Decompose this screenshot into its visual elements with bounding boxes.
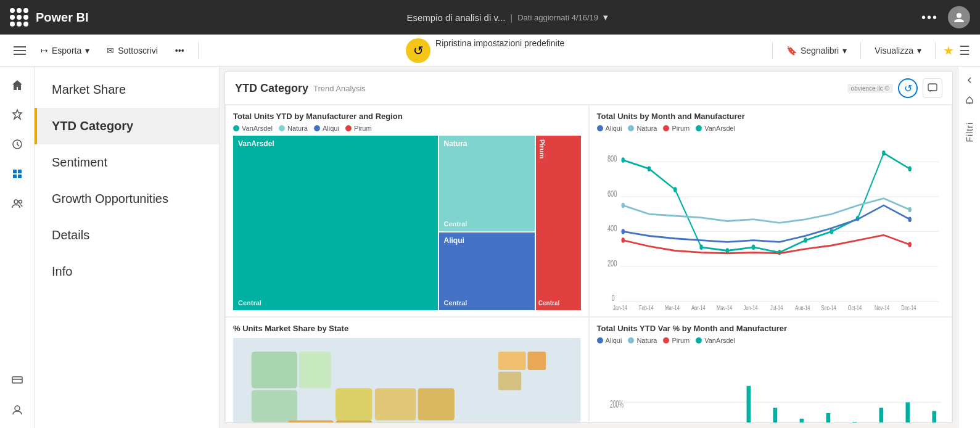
- report-subtitle: Trend Analysis: [313, 84, 366, 93]
- svg-point-30: [804, 237, 807, 242]
- svg-text:May-14: May-14: [717, 303, 733, 310]
- sidebar-item-home[interactable]: [4, 72, 31, 99]
- report-header: YTD Category Trend Analysis obvience llc…: [225, 72, 952, 105]
- sidebar-item-profile[interactable]: [4, 396, 31, 423]
- line-chart-svg: 0 200 400 600 800: [597, 136, 945, 310]
- svg-rect-56: [252, 390, 297, 422]
- map-area[interactable]: UNITED STATES: [233, 337, 581, 423]
- list-view-button[interactable]: ☰: [959, 43, 970, 58]
- sidebar-item-growth-opportunities[interactable]: Growth Opportunities: [35, 181, 219, 217]
- legend-dot-aliqui: [314, 125, 320, 131]
- treemap-block-vanarsdel[interactable]: VanArsdel Central: [233, 136, 438, 310]
- legend-natura-line: Natura: [628, 125, 657, 132]
- svg-rect-4: [18, 170, 22, 173]
- segnalibri-button[interactable]: 🔖 Segnalibri ▾: [780, 42, 853, 59]
- report-visual-icon[interactable]: ↺: [898, 78, 918, 98]
- more-options-button[interactable]: •••: [921, 10, 938, 25]
- treemap-block-aliqui[interactable]: Aliqui Central: [439, 233, 535, 310]
- bar-chart-legend: Aliqui Natura Pirum VanArsdel: [597, 337, 945, 344]
- svg-rect-109: [826, 413, 830, 423]
- nav-sidebar: Market Share YTD Category Sentiment Grow…: [35, 67, 220, 428]
- visualizza-button[interactable]: Visualizza ▾: [868, 42, 928, 59]
- svg-text:Apr-14: Apr-14: [691, 303, 706, 310]
- legend-natura-bar: Natura: [628, 337, 657, 344]
- svg-text:Mar-14: Mar-14: [665, 303, 680, 310]
- ripristina-icon-button[interactable]: ↺: [406, 38, 430, 63]
- svg-rect-12: [928, 84, 937, 91]
- bar-chart-title: Total Units YTD Var % by Month and Manuf…: [597, 324, 945, 333]
- svg-point-36: [908, 207, 912, 212]
- svg-rect-62: [375, 422, 416, 423]
- top-nav-right: •••: [921, 6, 970, 28]
- svg-rect-117: [879, 408, 883, 423]
- svg-text:Dec-14: Dec-14: [901, 303, 916, 310]
- svg-point-33: [882, 150, 886, 155]
- treemap-chart-area[interactable]: VanArsdel Central Natura Central A: [233, 136, 581, 310]
- sidebar-item-info[interactable]: Info: [35, 253, 219, 290]
- svg-marker-1: [13, 110, 22, 119]
- bar-chart-area[interactable]: 0% 100% 200%: [597, 348, 945, 423]
- svg-text:Nov-14: Nov-14: [874, 303, 889, 310]
- toolbar-divider-2: [772, 42, 773, 59]
- svg-rect-6: [18, 175, 22, 178]
- report-title: YTD Category: [235, 82, 308, 95]
- notification-icon[interactable]: [961, 92, 978, 112]
- svg-rect-61: [418, 388, 455, 420]
- svg-point-8: [19, 200, 22, 204]
- map-svg: UNITED STATES: [233, 337, 581, 423]
- line-chart-title: Total Units by Month and Manufacturer: [597, 112, 945, 121]
- map-title: % Units Market Share by State: [233, 324, 581, 333]
- sidebar-item-recent[interactable]: [4, 131, 31, 158]
- svg-point-23: [621, 157, 625, 162]
- svg-rect-59: [498, 371, 521, 390]
- treemap-natura-column: Natura Central Aliqui Central: [439, 136, 535, 310]
- report-chat-button[interactable]: [923, 78, 942, 98]
- sidebar-item-favorites[interactable]: [4, 101, 31, 128]
- svg-point-34: [908, 166, 912, 171]
- svg-point-0: [957, 13, 961, 18]
- more-toolbar-button[interactable]: •••: [169, 42, 191, 59]
- title-chevron[interactable]: ▾: [603, 12, 608, 23]
- svg-text:Oct-14: Oct-14: [847, 303, 862, 310]
- sidebar-item-ytd-category[interactable]: YTD Category: [35, 108, 219, 144]
- treemap-block-natura[interactable]: Natura Central: [439, 136, 535, 231]
- svg-rect-113: [852, 422, 857, 423]
- toolbar: ↦ Esporta ▾ ✉ Sottoscrivi ••• ↺ Ripristi…: [0, 35, 980, 67]
- right-panel[interactable]: Filtri: [958, 67, 980, 428]
- report-title-bar: Esempio di analisi di v... | Dati aggior…: [101, 12, 914, 23]
- sidebar-item-market-share[interactable]: Market Share: [35, 72, 219, 108]
- treemap-legend: VanArsdel Natura Aliqui Pirum: [233, 125, 581, 132]
- obvience-badge: obvience llc ©: [847, 84, 893, 93]
- svg-point-35: [621, 203, 625, 208]
- legend-aliqui-line: Aliqui: [597, 125, 622, 132]
- user-avatar[interactable]: [948, 6, 970, 28]
- svg-rect-66: [336, 420, 372, 423]
- sidebar-item-details[interactable]: Details: [35, 217, 219, 253]
- legend-pirum: Pirum: [345, 125, 372, 132]
- line-chart-area[interactable]: 0 200 400 600 800: [597, 136, 945, 310]
- svg-rect-57: [498, 352, 525, 370]
- line-chart-legend: Aliqui Natura Pirum VanArsdel: [597, 125, 945, 132]
- line-chart-panel: Total Units by Month and Manufacturer Al…: [589, 105, 953, 317]
- export-icon: ↦: [41, 46, 48, 56]
- sidebar-item-sentiment[interactable]: Sentiment: [35, 144, 219, 181]
- toolbar-divider-4: [935, 42, 936, 59]
- sidebar-item-apps[interactable]: [4, 160, 31, 187]
- svg-rect-97: [746, 385, 751, 423]
- apps-grid-icon[interactable]: [10, 8, 28, 27]
- filtri-label[interactable]: Filtri: [965, 122, 974, 142]
- bar-chart-panel: Total Units YTD Var % by Month and Manuf…: [589, 317, 953, 423]
- sidebar-item-shared[interactable]: [4, 190, 31, 217]
- export-button[interactable]: ↦ Esporta ▾: [35, 42, 96, 59]
- treemap-block-pirum[interactable]: Pirum Central: [536, 136, 581, 310]
- toolbar-divider-3: [860, 42, 861, 59]
- favorite-button[interactable]: ★: [943, 43, 954, 58]
- sidebar-item-workspaces[interactable]: [4, 366, 31, 393]
- subscribe-button[interactable]: ✉ Sottoscrivi: [101, 42, 164, 59]
- legend-pirum-line: Pirum: [663, 125, 690, 132]
- hamburger-button[interactable]: [10, 43, 30, 59]
- collapse-panel-icon[interactable]: [961, 72, 978, 92]
- legend-vanarsdel-line: VanArsdel: [696, 125, 735, 132]
- title-separator: |: [510, 12, 513, 23]
- svg-text:Feb-14: Feb-14: [638, 303, 653, 310]
